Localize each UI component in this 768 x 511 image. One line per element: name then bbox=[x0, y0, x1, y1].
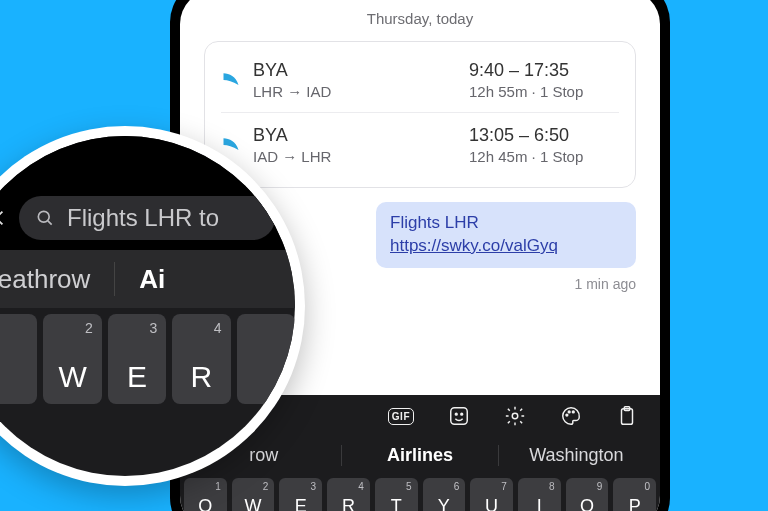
flight-duration: 12h 55m · 1 Stop bbox=[469, 83, 619, 100]
message-bubble[interactable]: Flights LHR https://swky.co/valGyq bbox=[376, 202, 636, 268]
key-t[interactable]: 5T bbox=[375, 478, 418, 511]
flight-duration: 12h 45m · 1 Stop bbox=[469, 148, 619, 165]
svg-point-4 bbox=[566, 414, 568, 416]
flight-airline: BYA bbox=[253, 60, 457, 81]
message-link[interactable]: https://swky.co/valGyq bbox=[390, 235, 622, 258]
flight-airline: BYA bbox=[253, 125, 457, 146]
key-w[interactable]: 2W bbox=[232, 478, 275, 511]
search-input[interactable]: Flights LHR to bbox=[19, 196, 275, 240]
key-rows: 1Q2W3E4R5T6Y7U8I9O0P bbox=[180, 478, 660, 511]
key-q[interactable]: 1Q bbox=[184, 478, 227, 511]
key-r[interactable]: 4R bbox=[327, 478, 370, 511]
svg-point-3 bbox=[512, 413, 518, 419]
day-label: Thursday, today bbox=[204, 10, 636, 27]
flight-row-outbound[interactable]: BYA LHR → IAD 9:40 – 17:35 12h 55m · 1 S… bbox=[221, 56, 619, 112]
svg-point-2 bbox=[461, 413, 463, 415]
key-u[interactable]: 7U bbox=[470, 478, 513, 511]
palette-icon[interactable] bbox=[560, 405, 582, 427]
svg-point-6 bbox=[572, 411, 574, 413]
flight-card[interactable]: BYA LHR → IAD 9:40 – 17:35 12h 55m · 1 S… bbox=[204, 41, 636, 188]
lens-suggestion-bar: Heathrow Ai bbox=[0, 250, 295, 308]
sticker-icon[interactable] bbox=[448, 405, 470, 427]
flight-route: LHR → IAD bbox=[253, 83, 457, 100]
svg-rect-0 bbox=[451, 408, 468, 425]
close-icon[interactable] bbox=[0, 207, 7, 229]
airline-wing-icon bbox=[221, 135, 241, 155]
key-i[interactable]: 8I bbox=[518, 478, 561, 511]
lens-suggestion[interactable]: Ai bbox=[115, 264, 189, 295]
svg-point-9 bbox=[38, 211, 49, 222]
search-text: Flights LHR to bbox=[67, 204, 219, 232]
lens-search-row: Flights LHR to bbox=[0, 186, 295, 250]
suggestion-item[interactable]: Airlines bbox=[342, 439, 497, 472]
key-e[interactable]: 3E bbox=[108, 314, 166, 404]
lens-suggestion[interactable]: Heathrow bbox=[0, 264, 114, 295]
airline-wing-icon bbox=[221, 70, 241, 90]
key-o[interactable]: 9O bbox=[566, 478, 609, 511]
magnifier-lens: Flights LHR to Heathrow Ai 2W3E4R bbox=[0, 136, 295, 476]
svg-point-5 bbox=[568, 411, 570, 413]
key-partial[interactable] bbox=[0, 314, 37, 404]
stage: Thursday, today BYA LHR → IAD 9:40 – 17:… bbox=[0, 0, 768, 511]
search-icon bbox=[35, 208, 55, 228]
flight-time: 13:05 – 6:50 bbox=[469, 125, 619, 146]
suggestion-bar: row Airlines Washington bbox=[180, 435, 660, 478]
key-e[interactable]: 3E bbox=[279, 478, 322, 511]
svg-point-1 bbox=[455, 413, 457, 415]
flight-row-return[interactable]: BYA IAD → LHR 13:05 – 6:50 12h 45m · 1 S… bbox=[221, 112, 619, 177]
key-p[interactable]: 0P bbox=[613, 478, 656, 511]
gear-icon[interactable] bbox=[504, 405, 526, 427]
flight-time: 9:40 – 17:35 bbox=[469, 60, 619, 81]
key-r[interactable]: 4R bbox=[172, 314, 230, 404]
suggestion-item[interactable]: Washington bbox=[499, 439, 654, 472]
clipboard-icon[interactable] bbox=[616, 405, 638, 427]
gif-icon[interactable]: GIF bbox=[388, 408, 414, 425]
key-y[interactable]: 6Y bbox=[423, 478, 466, 511]
message-line: Flights LHR bbox=[390, 212, 622, 235]
flight-route: IAD → LHR bbox=[253, 148, 457, 165]
key-w[interactable]: 2W bbox=[43, 314, 101, 404]
